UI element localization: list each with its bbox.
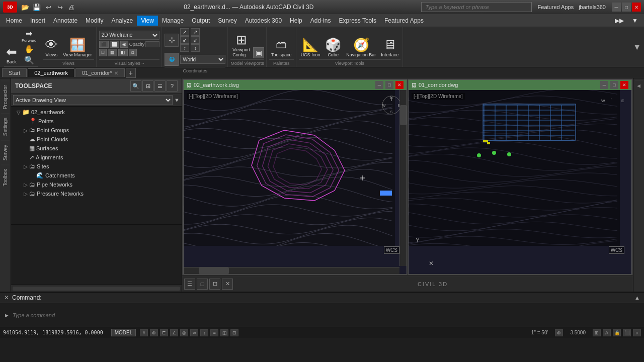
redo-btn[interactable]: ↪ [55, 2, 65, 12]
tree-item-pressure-networks[interactable]: ▷ 🗂 Pressure Networks [11, 189, 182, 198]
menu-autodesk360[interactable]: Autodesk 360 [241, 16, 286, 26]
vp1-hscroll[interactable] [184, 267, 399, 274]
zoom-button[interactable]: 🔍 [20, 55, 38, 65]
menu-manage[interactable]: Manage [158, 16, 188, 26]
tab-corridor[interactable]: 01_corridor* ✕ [75, 68, 125, 77]
vp1-max-btn[interactable]: □ [385, 81, 393, 89]
coord-btn-arrow4[interactable]: ↗ [191, 28, 200, 36]
toolspace-grid-btn[interactable]: ⊞ [142, 80, 153, 92]
coord-btn-arrow2[interactable]: ↙ [180, 36, 189, 44]
visual-btn-sq2[interactable]: ▦ [108, 49, 117, 56]
menu-home[interactable]: Home [2, 16, 26, 26]
nav-bar-button[interactable]: 🧭 Navigation Bar [344, 37, 378, 58]
coord-btn-arrow3[interactable]: ↕ [180, 44, 189, 52]
visual-btn-sq3[interactable]: ◧ [118, 49, 128, 56]
otrack-icon[interactable]: ∞ [190, 329, 198, 336]
visual-style-btn1[interactable]: ⬛ [99, 41, 109, 48]
view-manager-button[interactable]: 🪟 View Manager [61, 37, 94, 58]
coord-btn-arrow5[interactable]: ↙ [191, 36, 200, 44]
float-btn-restore[interactable]: □ [197, 279, 208, 290]
new-tab-btn[interactable]: + [126, 68, 136, 78]
vp1-vscroll[interactable] [399, 90, 407, 266]
tree-item-point-clouds[interactable]: ☁ Point Clouds [11, 135, 182, 144]
back-button[interactable]: ⬅ Back [4, 44, 19, 65]
ucs-icon-button[interactable]: 📐 UCS Icon [299, 37, 323, 58]
polar-icon[interactable]: ∠ [170, 329, 178, 336]
coord-btn1[interactable]: ⊹ [165, 34, 179, 47]
expand-root[interactable]: ▽ [15, 110, 22, 115]
sidebar-tab-prospector[interactable]: Prospector [1, 80, 10, 113]
menu-insert[interactable]: Insert [26, 16, 49, 26]
tab-corridor-close[interactable]: ✕ [114, 70, 118, 76]
tab-earthwork[interactable]: 02_earthwork [28, 68, 74, 77]
snap-icon[interactable]: ⊕ [150, 329, 158, 336]
menu-featured[interactable]: Featured Apps [380, 16, 428, 26]
close-btn[interactable]: ✕ [632, 3, 641, 12]
tree-item-pipe-networks[interactable]: ▷ 🗂 Pipe Networks [11, 180, 182, 189]
open-btn[interactable]: 📂 [20, 2, 30, 12]
float-btn-tile[interactable]: ⊡ [209, 279, 220, 290]
snap-grid-icon[interactable]: # [140, 329, 148, 336]
tree-item-points[interactable]: 📍 Points [11, 117, 182, 126]
vp1-content[interactable]: [-][Top][2D Wireframe] N S W E WCS [184, 90, 407, 274]
menu-express[interactable]: Express Tools [335, 16, 380, 26]
vp2-min-btn[interactable]: ─ [600, 81, 608, 89]
vp2-close-btn[interactable]: ✕ [620, 81, 628, 89]
expand-pressure-networks[interactable]: ▷ [22, 191, 29, 197]
tab-start[interactable]: Start [2, 68, 27, 77]
tree-item-surfaces[interactable]: ▦ Surfaces [11, 144, 182, 153]
opacity-input[interactable]: 60 [145, 41, 159, 47]
menu-arrow[interactable]: ▼ [628, 16, 642, 26]
menu-expand[interactable]: ▶▶ [611, 16, 628, 26]
expand-sites[interactable]: ▷ [22, 164, 29, 169]
model-toggle-btn[interactable]: MODEL [111, 329, 136, 336]
save-btn[interactable]: 💾 [32, 2, 42, 12]
workspace-icon[interactable]: ⊞ [593, 329, 601, 336]
coord-btn-arrow6[interactable]: ↕ [191, 44, 200, 52]
sidebar-tab-settings[interactable]: Settings [1, 113, 10, 140]
sidebar-tab-toolbox[interactable]: Toolbox [1, 164, 10, 190]
search-input[interactable] [421, 2, 532, 12]
pan-button[interactable]: ✋ [20, 44, 38, 54]
forward-button[interactable]: ➡ Forward [20, 28, 38, 43]
toolspace-search-btn[interactable]: 🔍 [130, 80, 141, 92]
menu-modify[interactable]: Modify [82, 16, 107, 26]
toolspace-help-btn[interactable]: ? [167, 80, 178, 92]
command-input[interactable] [13, 312, 640, 318]
tree-item-catchments[interactable]: 🌊 Catchments [11, 171, 182, 180]
expand-point-groups[interactable]: ▷ [22, 128, 29, 133]
world-select[interactable]: World [180, 55, 225, 64]
tree-item-point-groups[interactable]: ▷ 🗂 Point Groups [11, 126, 182, 135]
visual-btn-sq4[interactable]: ⧈ [129, 49, 137, 56]
hardware-icon[interactable]: ⬛ [623, 329, 631, 336]
active-drawing-select[interactable]: Active Drawing View [13, 95, 173, 105]
view-cube-button[interactable]: 🎲 Cube [323, 37, 343, 58]
featured-apps-label[interactable]: Featured Apps [535, 4, 577, 10]
menu-output[interactable]: Output [188, 16, 214, 26]
minimize-btn[interactable]: ─ [612, 3, 621, 12]
vp1-min-btn[interactable]: ─ [375, 81, 383, 89]
view-mode-select[interactable]: 2D Wireframe [99, 31, 159, 40]
toolspace-list-btn[interactable]: ☰ [154, 80, 166, 92]
tree-item-alignments[interactable]: ↗ Alignments [11, 153, 182, 162]
command-expand-btn[interactable]: ▲ [634, 295, 640, 301]
lock-icon[interactable]: 🔒 [613, 329, 621, 336]
undo-btn[interactable]: ↩ [43, 2, 53, 12]
float-btn-menu[interactable]: ☰ [184, 279, 195, 290]
tree-item-sites[interactable]: ▷ 🗂 Sites [11, 162, 182, 171]
views-button[interactable]: 👁 Views [43, 37, 60, 58]
annotation-icon[interactable]: A [603, 329, 611, 336]
interface-button[interactable]: 🖥 Interface [379, 37, 400, 58]
tree-item-root[interactable]: ▽ 📁 02_earthwork [11, 108, 182, 117]
scale-icon[interactable]: ⊕ [555, 329, 563, 336]
lineweight-icon[interactable]: ≡ [210, 329, 218, 336]
ortho-icon[interactable]: ⊏ [160, 329, 168, 336]
command-close-btn[interactable]: ✕ [4, 294, 9, 301]
expand-pipe-networks[interactable]: ▷ [22, 182, 29, 188]
menu-analyze[interactable]: Analyze [107, 16, 137, 26]
right-tab-1[interactable]: ▶ [635, 80, 643, 92]
transparency-icon[interactable]: ◫ [220, 329, 228, 336]
vp1-close-btn[interactable]: ✕ [395, 81, 404, 89]
sidebar-tab-survey[interactable]: Survey [1, 140, 10, 164]
print-btn[interactable]: 🖨 [66, 2, 76, 12]
